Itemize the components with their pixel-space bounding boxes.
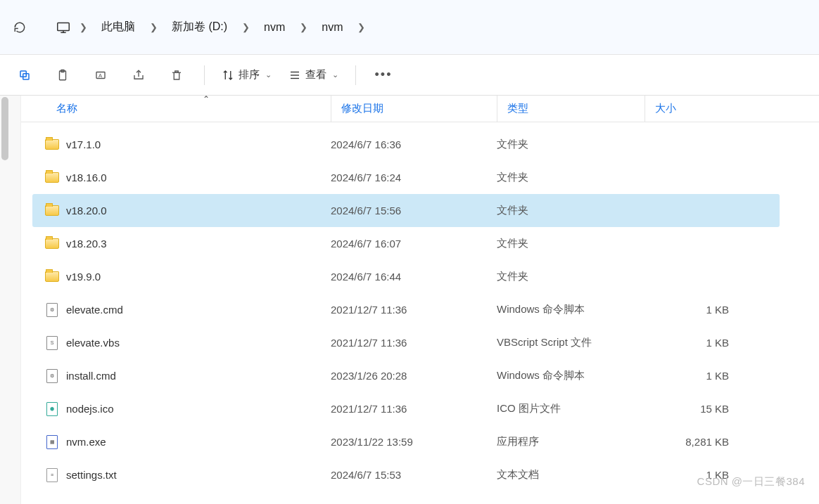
chevron-right-icon[interactable]: ❯ xyxy=(352,22,372,32)
file-date-cell: 2021/12/7 11:36 xyxy=(331,403,497,415)
file-name: nodejs.ico xyxy=(66,403,114,415)
view-label: 查看 xyxy=(305,68,326,82)
folder-icon xyxy=(45,139,59,150)
file-date-cell: 2024/6/7 16:44 xyxy=(331,271,497,283)
file-row[interactable]: ⬢nodejs.ico2021/12/7 11:36ICO 图片文件15 KB xyxy=(32,392,780,425)
breadcrumb-item[interactable]: 新加卷 (D:) xyxy=(165,15,234,39)
nav-gutter xyxy=(0,96,21,504)
file-name: v17.1.0 xyxy=(66,138,101,150)
file-type-cell: 应用程序 xyxy=(497,435,645,448)
share-button[interactable] xyxy=(121,60,156,91)
more-button[interactable]: ••• xyxy=(366,60,401,91)
file-type-cell: VBScript Script 文件 xyxy=(497,336,645,349)
refresh-button[interactable] xyxy=(6,13,34,41)
file-date-cell: 2023/11/22 13:59 xyxy=(331,436,497,448)
file-type-cell: 文件夹 xyxy=(497,171,645,184)
vbs-file-icon: S xyxy=(46,336,58,350)
file-size-cell: 15 KB xyxy=(645,403,736,415)
sort-icon xyxy=(222,69,234,82)
rename-button[interactable]: A xyxy=(83,60,118,91)
ico-file-icon: ⬢ xyxy=(46,402,58,416)
file-name: nvm.exe xyxy=(66,436,106,448)
scrollbar-thumb[interactable] xyxy=(1,97,8,160)
file-type-cell: 文本文档 xyxy=(497,468,645,482)
chevron-down-icon: ⌄ xyxy=(332,70,338,79)
file-row[interactable]: v18.20.32024/6/7 16:07文件夹 xyxy=(32,227,780,260)
file-name: v18.16.0 xyxy=(66,172,107,183)
separator xyxy=(204,65,205,85)
column-header-size[interactable]: 大小 xyxy=(645,96,736,122)
delete-icon xyxy=(170,69,183,82)
file-name: settings.txt xyxy=(66,469,117,481)
delete-button[interactable] xyxy=(159,60,194,91)
column-header-type[interactable]: 类型 xyxy=(497,96,645,122)
sort-button[interactable]: 排序 ⌄ xyxy=(215,60,279,91)
file-name-cell: v19.9.0 xyxy=(32,270,331,284)
file-size-cell: 1 KB xyxy=(645,337,736,349)
file-type-cell: 文件夹 xyxy=(497,270,645,283)
breadcrumb-item[interactable]: nvm xyxy=(257,17,292,38)
file-pane: ⌃ 名称 修改日期 类型 大小 v17.1.02024/6/7 16:36文件夹… xyxy=(21,96,819,504)
file-date-cell: 2024/6/7 16:07 xyxy=(331,238,497,250)
file-row[interactable]: Selevate.vbs2021/12/7 11:36VBScript Scri… xyxy=(32,326,780,359)
file-name-cell: ⬢nodejs.ico xyxy=(32,402,331,416)
file-name: elevate.cmd xyxy=(66,304,123,316)
file-type-cell: Windows 命令脚本 xyxy=(497,369,645,382)
file-name: v18.20.3 xyxy=(66,238,107,250)
file-name-cell: ⚙install.cmd xyxy=(32,369,331,383)
file-date-cell: 2024/6/7 16:36 xyxy=(331,138,497,150)
breadcrumb-item[interactable]: 此电脑 xyxy=(94,15,142,39)
address-bar: ❯ 此电脑 ❯ 新加卷 (D:) ❯ nvm ❯ nvm ❯ xyxy=(0,0,819,55)
column-headers: ⌃ 名称 修改日期 类型 大小 xyxy=(21,96,819,122)
toolbar: A 排序 ⌄ 查看 ⌄ ••• xyxy=(0,55,819,96)
breadcrumb-item[interactable]: nvm xyxy=(315,17,350,38)
file-type-cell: Windows 命令脚本 xyxy=(497,303,645,316)
copy-icon xyxy=(18,69,31,82)
file-name: install.cmd xyxy=(66,370,116,382)
chevron-down-icon: ⌄ xyxy=(265,70,272,79)
file-row[interactable]: v18.20.02024/6/7 15:56文件夹 xyxy=(32,194,780,227)
breadcrumb: ❯ 此电脑 ❯ 新加卷 (D:) ❯ nvm ❯ nvm ❯ xyxy=(55,13,372,41)
file-name: v19.9.0 xyxy=(66,271,101,283)
pc-icon[interactable] xyxy=(55,19,72,36)
sort-indicator-icon: ⌃ xyxy=(203,94,210,104)
file-row[interactable]: ⚙install.cmd2023/1/26 20:28Windows 命令脚本1… xyxy=(32,359,780,392)
view-icon xyxy=(288,69,301,82)
file-name: v18.20.0 xyxy=(66,205,107,217)
file-name-cell: v18.20.3 xyxy=(32,237,331,251)
file-size-cell: 1 KB xyxy=(645,304,736,316)
file-name-cell: Selevate.vbs xyxy=(32,336,331,350)
file-name-cell: ≡settings.txt xyxy=(32,468,331,482)
file-row[interactable]: v17.1.02024/6/7 16:36文件夹 xyxy=(32,128,780,161)
paste-button[interactable] xyxy=(45,60,80,91)
chevron-right-icon[interactable]: ❯ xyxy=(236,22,255,32)
column-header-date[interactable]: 修改日期 xyxy=(331,96,497,122)
file-row[interactable]: ⚙elevate.cmd2021/12/7 11:36Windows 命令脚本1… xyxy=(32,293,780,326)
share-icon xyxy=(132,69,145,82)
file-date-cell: 2024/6/7 15:53 xyxy=(331,469,497,481)
file-row[interactable]: ≡settings.txt2024/6/7 15:53文本文档1 KB xyxy=(32,458,780,491)
view-button[interactable]: 查看 ⌄ xyxy=(281,60,345,91)
exe-file-icon: ▦ xyxy=(46,435,58,449)
more-icon: ••• xyxy=(375,67,393,82)
svg-text:A: A xyxy=(99,72,102,79)
cmd-file-icon: ⚙ xyxy=(46,303,58,317)
file-row[interactable]: ▦nvm.exe2023/11/22 13:59应用程序8,281 KB xyxy=(32,425,780,458)
column-header-name[interactable]: 名称 xyxy=(21,96,331,122)
chevron-right-icon[interactable]: ❯ xyxy=(144,22,163,32)
file-type-cell: 文件夹 xyxy=(497,138,645,151)
file-date-cell: 2024/6/7 16:24 xyxy=(331,172,497,183)
file-name: elevate.vbs xyxy=(66,337,120,349)
txt-file-icon: ≡ xyxy=(46,468,58,482)
chevron-right-icon[interactable]: ❯ xyxy=(293,22,313,32)
refresh-icon xyxy=(13,21,26,34)
copy-button[interactable] xyxy=(7,60,42,91)
file-date-cell: 2021/12/7 11:36 xyxy=(331,304,497,316)
file-row[interactable]: v19.9.02024/6/7 16:44文件夹 xyxy=(32,260,780,293)
file-name-cell: v18.16.0 xyxy=(32,171,331,185)
file-name-cell: ⚙elevate.cmd xyxy=(32,303,331,317)
file-row[interactable]: v18.16.02024/6/7 16:24文件夹 xyxy=(32,161,780,194)
chevron-right-icon[interactable]: ❯ xyxy=(73,22,93,32)
file-size-cell: 8,281 KB xyxy=(645,436,736,448)
watermark: CSDN @一日三餐384 xyxy=(697,475,805,489)
